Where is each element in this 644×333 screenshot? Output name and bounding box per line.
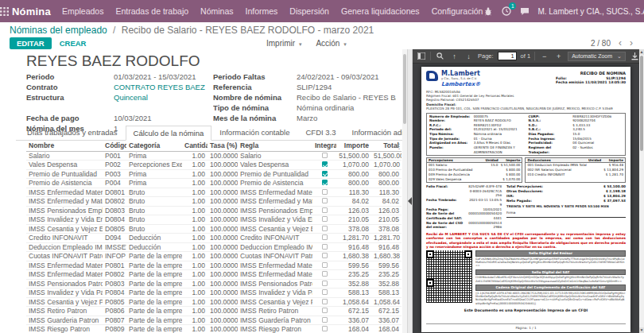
integra-sdi-checkbox[interactable]: [322, 281, 328, 286]
integra-sdi-checkbox[interactable]: [322, 161, 328, 167]
menu-item-nominas[interactable]: Nóminas: [200, 6, 233, 16]
column-header-integra-sdi[interactable]: Integra SDI: [312, 141, 336, 151]
table-row[interactable]: Deduccion Empleado IMSS TotalIMSSETDeduc…: [26, 242, 402, 252]
table-row[interactable]: IMSS Cesantia y Vejez EmpleadoD0805Bruto…: [26, 224, 402, 234]
table-row[interactable]: IMSS Enfermedad Maternidad Diner...P0802…: [26, 270, 402, 280]
table-row[interactable]: Cuotas INFONAVIT PatronINFOPParte de la …: [26, 252, 402, 261]
integra-sdi-checkbox[interactable]: [322, 234, 328, 240]
edit-button[interactable]: EDITAR: [10, 37, 52, 49]
column-header-tasa[interactable]: Tasa (%): [208, 141, 238, 151]
menu-item-informes[interactable]: Informes: [246, 6, 278, 16]
cell-rule: IMSS Retiro Patron: [238, 307, 312, 316]
print-menu[interactable]: Imprimir ▾: [266, 39, 301, 48]
column-header-nombre[interactable]: Nombre: [26, 141, 103, 151]
integra-sdi-checkbox[interactable]: [322, 171, 328, 176]
cell-rule: Salario: [238, 151, 312, 161]
table-row[interactable]: Credito INFONAVITD094Deducción1.00100.00…: [26, 234, 402, 243]
cell-code: P0804: [103, 288, 126, 298]
table-row[interactable]: IMSS Guarderia PatronP0807Parte de la em…: [26, 316, 402, 325]
cell-amount: 118.30: [336, 188, 371, 197]
integra-sdi-checkbox[interactable]: [322, 317, 328, 323]
page-number-input[interactable]: [498, 52, 517, 60]
integra-sdi-checkbox[interactable]: [322, 253, 328, 258]
pdf-scrollbar[interactable]: ▲ ▼: [639, 49, 644, 333]
scroll-down-icon[interactable]: ▼: [639, 327, 644, 333]
zoom-level-select[interactable]: Automatic Zoom ⌄: [568, 52, 626, 61]
menu-item-entradas-de-trabajo[interactable]: Entradas de trabajo: [115, 6, 188, 16]
action-menu[interactable]: Acción ▾: [316, 39, 346, 48]
create-button[interactable]: CREAR: [60, 39, 87, 48]
integra-sdi-checkbox[interactable]: [322, 180, 328, 185]
column-header-regla[interactable]: Regla: [238, 141, 312, 151]
cell-total: 126.03: [371, 206, 402, 215]
column-options-icon[interactable]: ⋮: [396, 141, 402, 151]
table-row[interactable]: Premio de PuntualidadP003Prima1.00100.00…: [26, 169, 402, 179]
integra-sdi-checkbox[interactable]: [322, 244, 328, 250]
pager-next-icon[interactable]: ›: [630, 39, 633, 47]
pager-previous-icon[interactable]: ‹: [619, 39, 622, 47]
table-row[interactable]: IMSS Pensionados PatronP0803Parte de la …: [26, 279, 402, 288]
fiscal-row-fecha-timbrado: Fecha Timbrado:2021-03-11 13:05:59: [426, 198, 502, 207]
integra-sdi-checkbox[interactable]: [322, 198, 328, 203]
column-header-cantidad[interactable]: Cantidad: [182, 141, 208, 151]
app-name[interactable]: Nómina: [12, 6, 51, 17]
integra-sdi-checkbox[interactable]: [322, 262, 328, 268]
table-row[interactable]: Premio de AsistenciaP004Prima1.00100.000…: [26, 179, 402, 188]
column-header-categoria[interactable]: Categoría: [126, 141, 182, 151]
menu-item-configuracion[interactable]: Configuración: [432, 6, 483, 16]
integra-sdi-checkbox[interactable]: [322, 189, 328, 195]
tab-cfdi-3-3[interactable]: CFDI 3.3: [297, 125, 343, 140]
table-row[interactable]: IMSS Retiro PatronP0806Parte de la empre…: [26, 307, 402, 316]
zoom-out-icon[interactable]: −: [539, 51, 549, 61]
bug-icon[interactable]: [483, 6, 494, 17]
form-scrollbar-thumb[interactable]: [403, 54, 406, 124]
company-menu[interactable]: M. Lambert y CIA., SUCS., S.A. DE C.V.: [537, 7, 644, 16]
tab-dias-trabajados-y-entradas[interactable]: Días trabajados y entradas: [19, 125, 126, 140]
menu-item-dispersion[interactable]: Dispersión: [289, 6, 329, 16]
zoom-in-icon[interactable]: +: [553, 51, 564, 61]
field-value-estructura[interactable]: Quincenal: [114, 93, 205, 102]
apps-grid-icon[interactable]: [0, 0, 9, 22]
table-row[interactable]: Vales DespensaP002Percepciones Exentas1.…: [26, 161, 402, 170]
receipt-meta: RECIBO DE NOMINA Folio: SLIP/1294 Fecha …: [556, 71, 626, 87]
integra-sdi-checkbox[interactable]: [322, 271, 328, 277]
table-row[interactable]: SalarioP001Prima1.00100.0000Salario51,50…: [26, 151, 402, 161]
breadcrumb-parent-link[interactable]: Nóminas del empleado: [10, 25, 107, 36]
table-row[interactable]: IMSS Enfermedad Maternidad Espec...P0801…: [26, 261, 402, 270]
table-row[interactable]: IMSS Enfermedad y Maternidad Dine...D080…: [26, 197, 402, 207]
panel-splitter[interactable]: [407, 49, 413, 333]
table-row[interactable]: IMSS Invalidez y Vida PatronP0804Parte d…: [26, 288, 402, 298]
integra-sdi-checkbox[interactable]: [322, 207, 328, 213]
integra-sdi-checkbox[interactable]: [322, 226, 328, 231]
scroll-up-icon[interactable]: ▲: [639, 49, 644, 55]
page-down-icon[interactable]: ↓: [464, 51, 474, 61]
table-row[interactable]: IMSS Invalidez y Vida EmpleadoD0804Bruto…: [26, 215, 402, 225]
integra-sdi-checkbox[interactable]: [322, 299, 328, 304]
field-value-contrato[interactable]: CONTRATO REYES BAEZ RODOLFO: [114, 83, 205, 91]
activities-clock-icon[interactable]: 1: [501, 6, 512, 17]
table-row[interactable]: IMSS Riesgo PatronP0809Parte de la empre…: [26, 325, 402, 333]
tab-calculo-de-la-nomina[interactable]: Cálculo de la nómina: [126, 126, 212, 141]
collapse-left-icon[interactable]: [408, 197, 412, 205]
column-header-importe[interactable]: Importe: [336, 141, 371, 151]
search-icon[interactable]: [435, 51, 445, 61]
integra-sdi-checkbox[interactable]: [322, 308, 328, 313]
messages-icon[interactable]: [519, 6, 530, 17]
pdf-scrollbar-thumb[interactable]: [640, 56, 643, 151]
column-header-codigo[interactable]: Código: [103, 141, 126, 151]
sidebar-toggle-icon[interactable]: [416, 51, 426, 61]
integra-sdi-checkbox[interactable]: [322, 153, 328, 158]
tab-informacion-adicional[interactable]: Información adicional: [344, 125, 403, 140]
cell-rule: Credito INFONAVIT: [238, 234, 312, 243]
table-row[interactable]: IMSS Pensionados EmpleadoD0803Bruto1.001…: [26, 206, 402, 215]
menu-item-genera-liquidaciones[interactable]: Genera liquidaciones: [341, 6, 420, 16]
integra-sdi-checkbox[interactable]: [322, 289, 328, 295]
table-row[interactable]: IMSS Cesantia y Vejez PatronP0805Parte d…: [26, 297, 402, 307]
page-up-icon[interactable]: ↑: [449, 51, 460, 61]
table-row[interactable]: IMSS Enfermedad Maternidad Espec...D0801…: [26, 188, 402, 197]
fiscal-row-no-de-serie-del-certificado-del-sat: No de Serie del Certificado del SAT:0000…: [426, 211, 502, 220]
integra-sdi-checkbox[interactable]: [322, 216, 328, 222]
menu-item-empleados[interactable]: Empleados: [62, 6, 104, 16]
tab-informacion-contable[interactable]: Información contable: [211, 125, 297, 140]
integra-sdi-checkbox[interactable]: [322, 326, 328, 331]
